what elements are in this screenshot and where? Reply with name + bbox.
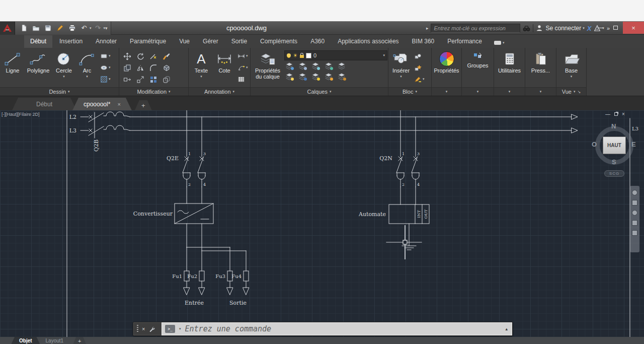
arc-button[interactable]: Arc ▾	[76, 49, 98, 86]
ribbon-display-toggle[interactable]: ▾	[489, 41, 510, 48]
viewcube-north[interactable]: N	[611, 122, 616, 130]
layer-properties-button[interactable]: Propriétés du calque	[252, 49, 283, 86]
redo-button[interactable]: ↷	[93, 23, 104, 33]
recent-commands-caret[interactable]: ▾	[179, 327, 181, 331]
viewcube-south[interactable]: S	[612, 158, 616, 166]
panel-label-bloc[interactable]: Bloc▾	[388, 87, 431, 96]
hatch-tool-icon[interactable]	[99, 75, 108, 84]
layer-thaw-all-icon[interactable]	[310, 72, 320, 81]
mirror-tool-icon[interactable]	[136, 64, 144, 72]
application-menu-button[interactable]	[0, 22, 15, 35]
new-layout-button[interactable]: +	[73, 337, 86, 344]
open-file-button[interactable]	[30, 23, 41, 33]
stretch-tool-icon[interactable]	[123, 76, 131, 84]
tab-applications-associees[interactable]: Applications associées	[332, 35, 405, 48]
offset-tool-icon[interactable]	[163, 76, 171, 84]
insert-block-button[interactable]: Insérer ▾	[390, 49, 412, 86]
table-icon[interactable]	[236, 75, 246, 84]
clipboard-button[interactable]: Press...	[527, 49, 555, 86]
ellipse-caret[interactable]: ▾	[109, 65, 111, 70]
dimension-button[interactable]: Cote	[213, 49, 235, 86]
rectangle-tool-icon[interactable]	[99, 51, 108, 60]
recent-commands-icon[interactable]: >_	[165, 325, 175, 333]
utilities-button[interactable]: Utilitaires	[496, 49, 524, 86]
ellipse-tool-icon[interactable]	[99, 63, 108, 72]
layer-match-icon[interactable]	[337, 61, 347, 71]
panel-label-vue[interactable]: Vue▾↘	[556, 87, 586, 96]
navigation-bar[interactable]	[630, 186, 639, 252]
line-button[interactable]: Ligne	[2, 49, 24, 86]
layer-dropdown-caret[interactable]: ▾	[383, 53, 385, 57]
panel-label-proprietes[interactable]: ▾	[432, 87, 461, 96]
layer-unlock-all-icon[interactable]	[324, 72, 334, 81]
file-tab-start[interactable]: Début	[12, 98, 76, 110]
viewcube-east[interactable]: E	[631, 141, 636, 148]
circle-button[interactable]: Cercle ▾	[53, 49, 75, 86]
command-input-area[interactable]: >_ ▾ ▴	[162, 322, 512, 335]
undo-dropdown-caret[interactable]: ▾	[90, 26, 92, 30]
panel-label-groupes[interactable]: ▾	[462, 87, 494, 96]
tab-insertion[interactable]: Insertion	[53, 35, 89, 48]
layer-freeze-icon[interactable]	[310, 61, 320, 71]
search-icon[interactable]	[523, 25, 530, 32]
polyline-button[interactable]: Polyligne	[25, 49, 52, 86]
text-button[interactable]: A Texte ▾	[190, 49, 212, 86]
base-view-button[interactable]: Base ▾	[558, 49, 585, 86]
layer-current-icon[interactable]	[297, 72, 307, 81]
define-attributes-icon[interactable]	[413, 75, 422, 84]
rectangle-caret[interactable]: ▾	[109, 54, 111, 58]
array-tool-icon[interactable]	[149, 76, 157, 84]
panel-label-calques[interactable]: Calques▾	[251, 87, 388, 96]
layer-lock-icon[interactable]	[324, 61, 334, 71]
layout-tab-layout1[interactable]: Layout1	[38, 337, 72, 344]
showmotion-icon[interactable]	[632, 230, 637, 236]
command-history-toggle-icon[interactable]: ▴	[505, 326, 509, 331]
search-prefix-arrow-icon[interactable]: ▸	[426, 26, 429, 31]
orbit-icon[interactable]	[632, 220, 637, 226]
sign-in-caret[interactable]: ▾	[583, 26, 585, 30]
panel-label-modification[interactable]: Modification▾	[119, 87, 188, 96]
vue-dialog-launcher[interactable]: ↘	[577, 90, 581, 94]
leader-caret[interactable]: ▾	[246, 65, 248, 70]
customize-qat-button[interactable]: ▾	[105, 26, 108, 31]
drag-handle-icon[interactable]	[137, 325, 138, 333]
panel-label-annotation[interactable]: Annotation▾	[189, 87, 250, 96]
schematic-canvas[interactable]: L2 L3 Q2B Q2E Q2N Convertisseur Automate…	[0, 110, 644, 337]
copy-tool-icon[interactable]	[123, 64, 131, 72]
full-navigation-wheel-icon[interactable]	[632, 190, 637, 195]
save-button[interactable]	[42, 23, 53, 33]
tab-bim360[interactable]: BIM 360	[406, 35, 441, 48]
tab-debut[interactable]: Début	[24, 35, 52, 48]
layer-unisolate-icon[interactable]	[297, 61, 307, 71]
leader-icon[interactable]	[236, 63, 246, 72]
layer-walk-icon[interactable]	[337, 72, 347, 81]
infocenter-search-input[interactable]	[431, 24, 520, 33]
file-tab-document[interactable]: cpoooool* ×	[72, 98, 132, 110]
minimize-button[interactable]: —	[593, 22, 608, 34]
layout-tab-model[interactable]: Objet	[11, 337, 40, 344]
layer-dropdown[interactable]: ☀ 0 ▾	[284, 50, 387, 60]
new-drawing-tab-button[interactable]: +	[135, 100, 152, 110]
tab-a360[interactable]: A360	[304, 35, 331, 48]
command-input[interactable]	[185, 324, 502, 333]
tab-annoter[interactable]: Annoter	[90, 35, 123, 48]
panel-label-dessin[interactable]: Dessin▾	[0, 87, 119, 96]
command-line-grip[interactable]: ×	[133, 322, 162, 335]
tab-parametrique[interactable]: Paramétrique	[124, 35, 172, 48]
fillet-tool-icon[interactable]	[149, 64, 157, 72]
move-tool-icon[interactable]	[123, 52, 131, 60]
trim-tool-icon[interactable]	[149, 52, 157, 60]
create-block-icon[interactable]	[413, 51, 422, 60]
rotate-tool-icon[interactable]	[136, 52, 144, 60]
sign-in-button[interactable]: Se connecter	[545, 25, 581, 32]
plot-button[interactable]	[66, 23, 77, 33]
command-close-icon[interactable]: ×	[142, 326, 145, 332]
hatch-caret[interactable]: ▾	[109, 77, 111, 81]
maximize-button[interactable]	[608, 22, 623, 34]
zoom-icon[interactable]	[632, 210, 637, 216]
properties-button[interactable]: Propriétés	[433, 49, 460, 86]
tab-performance[interactable]: Performance	[441, 35, 488, 48]
attr-caret[interactable]: ▾	[423, 77, 425, 81]
file-tab-close-icon[interactable]: ×	[117, 101, 120, 107]
explode-tool-icon[interactable]	[163, 64, 171, 72]
